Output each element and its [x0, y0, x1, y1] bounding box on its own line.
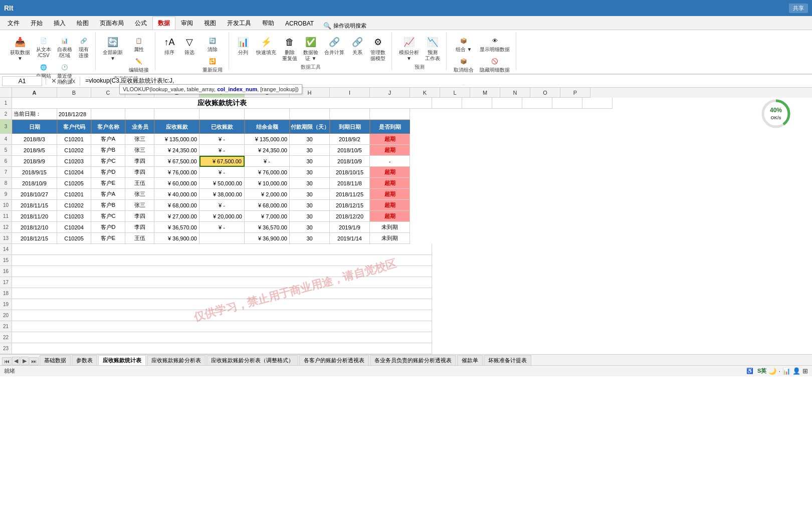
tab-help[interactable]: 帮助: [257, 17, 280, 30]
confirm-formula-icon[interactable]: ✓: [59, 77, 68, 85]
cell-r4-duedate[interactable]: 2018/9/2: [330, 134, 370, 145]
cell-r13-coll[interactable]: [199, 233, 245, 244]
btn-show-detail[interactable]: 👁 显示明细数据: [478, 34, 512, 54]
cell-r5-code[interactable]: C10202: [57, 145, 91, 156]
btn-relationships[interactable]: 🔗 关系: [348, 34, 366, 57]
cell-r10-code[interactable]: C10202: [57, 200, 91, 211]
cell-r4-coll[interactable]: ¥ -: [199, 134, 245, 145]
cell-r8-status[interactable]: 超期: [370, 178, 410, 189]
cell-r13-recv[interactable]: ¥ 36,900.00: [154, 233, 199, 244]
row-num-10[interactable]: 10: [0, 200, 12, 211]
cell-r10-days[interactable]: 30: [290, 200, 330, 211]
col-header-p[interactable]: P: [560, 88, 590, 98]
row-num-6[interactable]: 6: [0, 156, 12, 167]
cell-r4-name[interactable]: 客户A: [91, 134, 125, 145]
sheet-tab-reminder[interactable]: 催款单: [457, 355, 483, 365]
cell-r8-coll[interactable]: ¥ 50,000.00: [199, 178, 245, 189]
cell-r11-status[interactable]: 超期: [370, 211, 410, 222]
cell-r6-days[interactable]: 30: [290, 156, 330, 167]
cell-r4-status[interactable]: 超期: [370, 134, 410, 145]
header-customer-name[interactable]: 客户名称: [91, 120, 125, 134]
cell-r6-code[interactable]: C10203: [57, 156, 91, 167]
cell-r5-coll[interactable]: ¥ -: [199, 145, 245, 156]
cell-r7-name[interactable]: 客户D: [91, 167, 125, 178]
cell-r8-bal[interactable]: ¥ 10,000.00: [245, 178, 290, 189]
sheet-tab-jicshuju[interactable]: 基础数据: [40, 355, 71, 365]
cell-r11-recv[interactable]: ¥ 27,000.00: [154, 211, 199, 222]
cell-r9-days[interactable]: 30: [290, 189, 330, 200]
btn-text-to-columns[interactable]: 📊 分列: [234, 34, 252, 57]
cell-r12-coll[interactable]: ¥ -: [199, 222, 245, 233]
row-num-20[interactable]: 20: [0, 310, 12, 321]
moon-icon[interactable]: 🌙: [768, 367, 776, 375]
tab-acrobat[interactable]: ACROBAT: [280, 17, 319, 30]
cell-r13-status[interactable]: 未到期: [370, 233, 410, 244]
accessibility-icon[interactable]: ♿: [746, 368, 753, 374]
tab-nav-next[interactable]: ▶: [21, 357, 29, 365]
cell-r10-name[interactable]: 客户B: [91, 200, 125, 211]
cell-r9-name[interactable]: 客户A: [91, 189, 125, 200]
cell-r9-sales[interactable]: 张三: [125, 189, 154, 200]
cell-r12-bal[interactable]: ¥ 36,570.00: [245, 222, 290, 233]
grid-icon[interactable]: ⊞: [802, 367, 808, 375]
cell-r5-date[interactable]: 2018/9/5: [12, 145, 57, 156]
insert-function-icon[interactable]: fx: [69, 77, 77, 85]
cell-r7-date[interactable]: 2018/9/15: [12, 167, 57, 178]
col-header-o[interactable]: O: [530, 88, 560, 98]
cell-r8-code[interactable]: C10205: [57, 178, 91, 189]
cell-r4-days[interactable]: 30: [290, 134, 330, 145]
tab-file[interactable]: 文件: [2, 17, 25, 30]
cell-r12-sales[interactable]: 李四: [125, 222, 154, 233]
row-num-12[interactable]: 12: [0, 222, 12, 233]
cell-r4-code[interactable]: C10201: [57, 134, 91, 145]
btn-consolidate[interactable]: 🔗 合并计算: [322, 34, 346, 57]
formula-input[interactable]: [83, 78, 810, 85]
share-button[interactable]: 共享: [789, 4, 808, 13]
current-date-value[interactable]: 2018/12/28: [57, 109, 91, 120]
btn-properties[interactable]: 📋 属性: [127, 34, 151, 54]
cell-r13-sales[interactable]: 王伍: [125, 233, 154, 244]
cell-r9-date[interactable]: 2018/10/27: [12, 189, 57, 200]
header-date[interactable]: 日期: [12, 120, 57, 134]
btn-sort-asc[interactable]: ↑A 排序: [160, 34, 178, 57]
btn-from-text[interactable]: 📄 从文本/CSV: [34, 34, 53, 60]
cell-r6-sales[interactable]: 李四: [125, 156, 154, 167]
tab-review[interactable]: 审阅: [175, 17, 198, 30]
table-icon[interactable]: 📊: [782, 367, 790, 375]
cell-r7-code[interactable]: C10204: [57, 167, 91, 178]
sheet-tab-customer-pivot[interactable]: 各客户的账龄分析透视表: [299, 355, 369, 365]
cell-r12-code[interactable]: C10204: [57, 222, 91, 233]
cell-r12-duedate[interactable]: 2019/1/9: [330, 222, 370, 233]
spreadsheet-title-cell[interactable]: 应收账款统计表: [12, 98, 432, 109]
sheet-tab-aging-adjusted[interactable]: 应收账款账龄分析表（调整格式）: [207, 355, 298, 365]
cell-r7-days[interactable]: 30: [290, 167, 330, 178]
cell-r11-code[interactable]: C10203: [57, 211, 91, 222]
cell-r13-bal[interactable]: ¥ 36,900.00: [245, 233, 290, 244]
cell-r11-duedate[interactable]: 2018/12/20: [330, 211, 370, 222]
tab-data[interactable]: 数据: [152, 17, 175, 30]
cell-r12-name[interactable]: 客户D: [91, 222, 125, 233]
cell-r11-days[interactable]: 30: [290, 211, 330, 222]
cell-r7-duedate[interactable]: 2018/10/15: [330, 167, 370, 178]
current-date-label[interactable]: 当前日期：: [12, 109, 57, 120]
search-label[interactable]: 操作说明搜索: [333, 22, 366, 30]
cell-r12-days[interactable]: 30: [290, 222, 330, 233]
tab-insert[interactable]: 插入: [48, 17, 71, 30]
row-num-23[interactable]: 23: [0, 343, 12, 354]
tab-layout[interactable]: 页面布局: [94, 17, 129, 30]
cell-r7-coll[interactable]: ¥ -: [199, 167, 245, 178]
col-header-m[interactable]: M: [470, 88, 500, 98]
cell-r4-bal[interactable]: ¥ 135,000.00: [245, 134, 290, 145]
cell-r11-name[interactable]: 客户C: [91, 211, 125, 222]
header-salesman[interactable]: 业务员: [125, 120, 154, 134]
cell-r7-bal[interactable]: ¥ 76,000.00: [245, 167, 290, 178]
cell-r6-name[interactable]: 客户C: [91, 156, 125, 167]
col-header-n[interactable]: N: [500, 88, 530, 98]
cell-r13-days[interactable]: 30: [290, 233, 330, 244]
cell-r6-date[interactable]: 2018/9/9: [12, 156, 57, 167]
tab-formula[interactable]: 公式: [129, 17, 152, 30]
search-icon[interactable]: 🔍: [323, 22, 331, 30]
header-customer-code[interactable]: 客户代码: [57, 120, 91, 134]
header-overdue-status[interactable]: 是否到期: [370, 120, 410, 134]
col-header-k[interactable]: K: [410, 88, 440, 98]
